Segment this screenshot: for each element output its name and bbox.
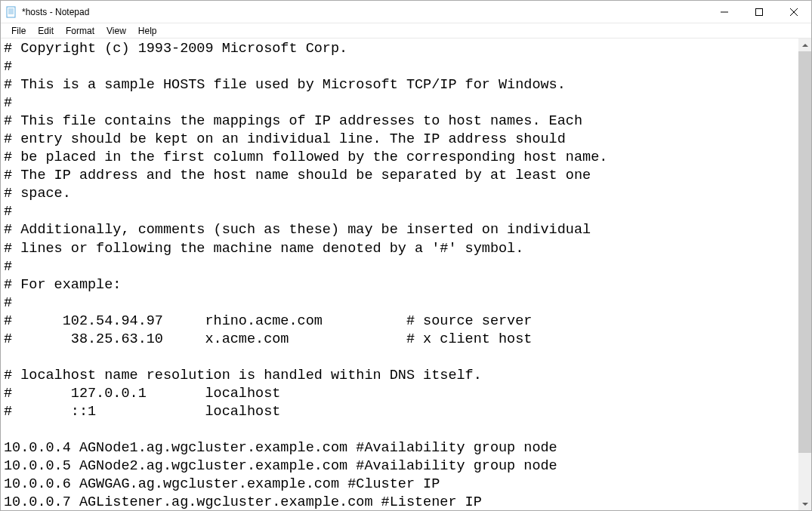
close-button[interactable] xyxy=(776,1,811,23)
svg-marker-10 xyxy=(802,503,808,506)
menu-file[interactable]: File xyxy=(5,24,32,38)
titlebar: *hosts - Notepad xyxy=(1,1,811,23)
scroll-track[interactable] xyxy=(798,51,811,497)
menubar: File Edit Format View Help xyxy=(1,23,811,38)
chevron-up-icon xyxy=(802,44,808,47)
menu-help[interactable]: Help xyxy=(132,24,163,38)
scroll-up-button[interactable] xyxy=(798,38,811,51)
maximize-icon xyxy=(755,8,763,16)
titlebar-left: *hosts - Notepad xyxy=(1,6,89,18)
chevron-down-icon xyxy=(802,503,808,506)
svg-rect-6 xyxy=(756,8,763,15)
editor-container: # Copyright (c) 1993-2009 Microsoft Corp… xyxy=(1,38,811,510)
minimize-button[interactable] xyxy=(707,1,742,23)
close-icon xyxy=(790,8,798,16)
maximize-button[interactable] xyxy=(742,1,776,23)
text-editor[interactable]: # Copyright (c) 1993-2009 Microsoft Corp… xyxy=(1,38,798,510)
vertical-scrollbar[interactable] xyxy=(798,38,811,510)
scroll-thumb[interactable] xyxy=(798,51,811,453)
svg-marker-9 xyxy=(802,44,808,47)
notepad-icon xyxy=(5,6,17,18)
scroll-down-button[interactable] xyxy=(798,497,811,510)
minimize-icon xyxy=(721,8,728,16)
menu-view[interactable]: View xyxy=(100,24,132,38)
menu-edit[interactable]: Edit xyxy=(32,24,60,38)
menu-format[interactable]: Format xyxy=(60,24,100,38)
window-controls xyxy=(707,1,811,23)
window-title: *hosts - Notepad xyxy=(22,7,89,17)
